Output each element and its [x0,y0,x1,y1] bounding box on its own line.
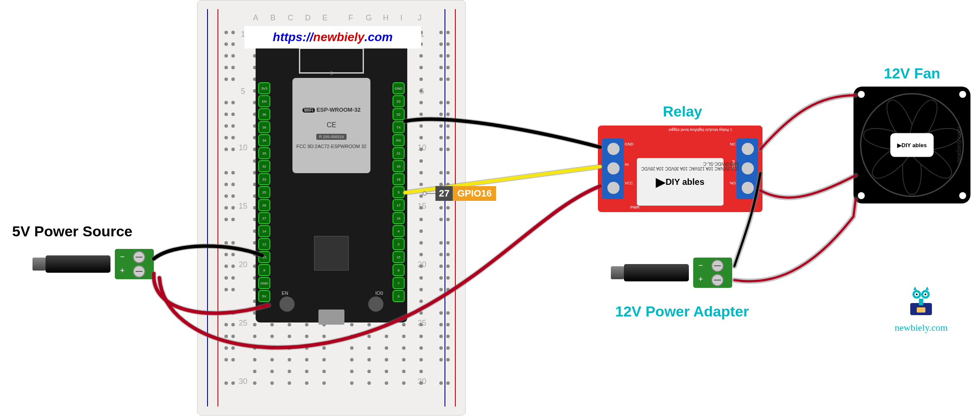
pin-right-5: 5 [393,186,405,198]
plus-label: + [120,266,125,275]
pin-left-32: 32 [258,160,270,172]
pin-right-6: 6 [393,290,405,302]
label-relay: Relay [663,103,702,120]
relay-screw-no [742,182,754,194]
pin-left-12: 12 [258,238,270,250]
pin-left-14: 14 [258,225,270,237]
url-prefix: https:// [273,30,313,44]
row-20: 20 [239,260,247,269]
screw-neg-12 [711,260,724,272]
logo-text: newbiely.com [895,322,948,333]
left-rail-neg [207,9,208,406]
label-12v-adapter: 12V Power Adapter [615,303,749,320]
pin-right-17: 17 [393,199,405,211]
label-fan: 12V Fan [884,65,940,82]
pin-right-4: 4 [393,225,405,237]
fan-watermark: newbiely.com [955,127,962,163]
col-E: E [322,13,328,23]
pin-left-35: 35 [258,147,270,159]
barrel-12v-plug [624,264,689,281]
relay-screw-gnd [607,143,620,155]
col-H: H [383,13,389,23]
pin-left-26: 26 [258,199,270,211]
url-suffix: .com [364,30,393,44]
barrel-5v: − + [45,247,154,281]
pin-right-23: 23 [393,95,405,107]
pin-left-36: 36 [258,108,270,120]
fan-hub: ▶DIY ables [890,133,934,157]
barrel-5v-plug [45,255,110,273]
pin-left-13: 13 [258,251,270,263]
fan-12v: ▶DIY ables newbiely.com [853,87,970,203]
plus-label-12: + [698,275,703,284]
relay-screw-nc [742,143,754,155]
pin-right-16: 16 [393,212,405,224]
svg-rect-1 [919,299,923,305]
right-rail-neg [445,9,445,406]
relay-screw-in [607,162,620,174]
svg-point-7 [925,293,926,295]
pin-right-15: 15 [393,251,405,263]
right-rail-pos [455,9,456,406]
io0-button[interactable] [368,297,383,312]
fan-hole-tr [959,91,966,98]
owl-icon [895,286,948,320]
relay-screw-com [742,162,754,174]
gpio-pin-number: 27 [435,186,453,201]
pin-vcc: VCC [625,181,633,185]
gpio-pointer-line [427,193,435,194]
gpio-pointer-icon [422,191,427,196]
relay-module: 1 Relay Module high/low level trigger GN… [598,126,763,212]
fan-hole-bl [858,192,865,199]
pin-right-22: 22 [393,108,405,120]
en-button[interactable] [279,297,295,312]
col-C: C [288,13,293,23]
pin-right-19: 19 [393,160,405,172]
pin-left-39: 39 [258,121,270,133]
pin-no: NO [730,181,736,185]
esp32-antenna [299,48,364,74]
pin-left-EN: EN [258,95,270,107]
col-A: A [253,13,258,23]
fan-brand: ▶DIY ables [897,142,927,148]
screw-pos-12 [711,274,724,286]
relay-input-terminal [602,139,624,199]
relay-screw-vcc [607,182,620,194]
pin-right-7: 7 [393,277,405,289]
row-30: 30 [239,377,247,386]
gpio-pin-name: GPIO16 [453,186,496,201]
io0-label: IO0 [375,290,383,296]
gpio-callout: 27 GPIO16 [422,186,496,201]
relay-brand: ▶DIY ables [656,175,704,189]
barrel-12v: − + [624,255,732,290]
col-B: B [270,13,276,23]
row-25: 25 [239,319,247,328]
fan-hole-tl [858,91,865,98]
pin-nc: NC [730,142,736,146]
pin-right-2: 2 [393,238,405,250]
screw-pos [133,265,145,277]
esp32-shield-text: WiFi ESP-WROOM-32 CE R 205-000519 FCC 9D… [295,93,368,150]
col-D: D [305,13,311,23]
minus-label: − [120,252,125,261]
wire-relay-com-12v [760,175,856,198]
relay-silkscreen: 1 Relay Module high/low level trigger [628,128,732,132]
pin-left-5V: 5V [258,290,270,302]
pwr-label: PWR [630,205,639,210]
screw-neg [133,251,145,263]
left-rail-pos [217,9,218,406]
esp32-board: C WiFi ESP-WROOM-32 CE R 205-000519 FCC … [256,41,407,322]
row-10: 10 [239,143,247,152]
col-F: F [348,13,353,23]
pin-left-34: 34 [258,134,270,146]
pin-left-27: 27 [258,212,270,224]
minus-label-12: − [698,261,703,270]
pin-left-GND: GND [258,277,270,289]
wire-relay-no-fan-pos [760,95,856,149]
url-brand: newbiely [313,30,364,44]
pin-left-3V3: 3V3 [258,82,270,94]
relay-output-terminal [737,139,758,199]
label-5v-source: 5V Power Source [12,223,133,240]
svg-point-6 [916,293,918,295]
pin-right-RX: RX [393,134,405,146]
